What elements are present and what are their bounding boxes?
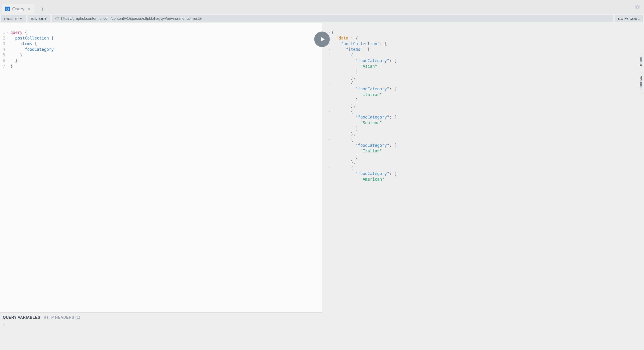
gear-icon[interactable] — [634, 4, 640, 11]
tab-bar: Q Query × + — [0, 0, 644, 14]
docs-tab[interactable]: DOCS — [638, 53, 644, 69]
play-icon — [320, 36, 326, 42]
execute-button[interactable] — [314, 31, 330, 47]
tab-query-variables[interactable]: QUERY VARIABLES — [3, 316, 40, 320]
query-icon: Q — [5, 6, 10, 11]
tab-http-headers[interactable]: HTTP HEADERS (1) — [44, 316, 80, 320]
copy-curl-button[interactable]: COPY CURL — [614, 15, 643, 22]
schema-tab[interactable]: SCHEMA — [638, 72, 644, 93]
variables-editor[interactable]: 1 — [0, 322, 322, 350]
tab-query[interactable]: Q Query × — [2, 4, 34, 14]
response-viewer[interactable]: ▾{▾ "data": {▾ "postCollection": {▾ "ite… — [322, 23, 644, 350]
toolbar: PRETTIFY HISTORY COPY CURL — [0, 14, 644, 23]
url-bar — [52, 15, 613, 22]
endpoint-input[interactable] — [61, 16, 610, 21]
reload-icon[interactable] — [55, 17, 59, 20]
query-editor[interactable]: 1234567 ▾▾ query { postCollection { item… — [0, 23, 322, 312]
add-tab-button[interactable]: + — [38, 5, 46, 13]
history-button[interactable]: HISTORY — [28, 15, 50, 22]
tab-title: Query — [12, 6, 24, 11]
prettify-button[interactable]: PRETTIFY — [1, 15, 26, 22]
close-icon[interactable]: × — [27, 6, 31, 11]
variables-panel: QUERY VARIABLES HTTP HEADERS (1) 1 — [0, 312, 322, 350]
